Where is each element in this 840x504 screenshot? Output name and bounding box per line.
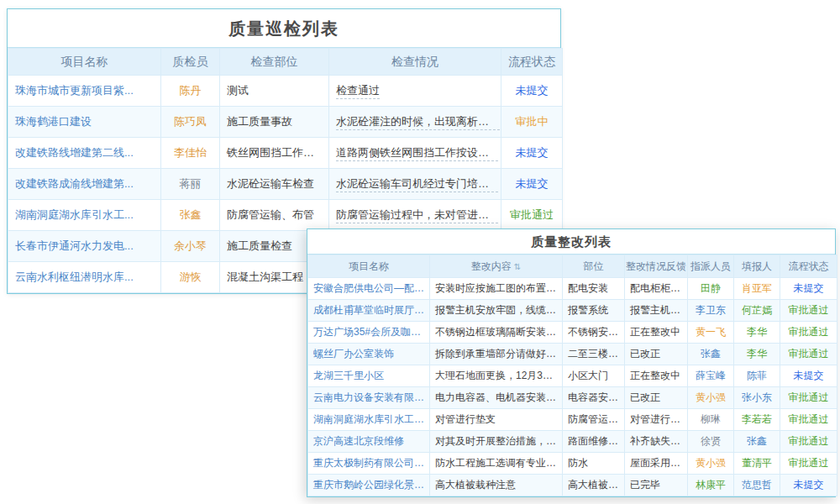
assignee-name: 黄小强 bbox=[688, 387, 734, 409]
process-status: 审批通过 bbox=[780, 344, 837, 365]
inspection-location-cell: 防腐管运输、布管 bbox=[220, 200, 329, 231]
assignee-name: 薛宝峰 bbox=[688, 365, 734, 387]
rectification-row[interactable]: 重庆市鹅岭公园绿化景观提升... 高大植被栽种注意 高大植被栽种 已完毕 林康平… bbox=[308, 475, 837, 496]
process-status: 审批通过 bbox=[501, 200, 563, 231]
inspection-situation-cell: 检查通过 bbox=[329, 76, 501, 107]
rectification-content-cell: 拆除到承重墙部分请做好加固... bbox=[430, 344, 563, 365]
part-cell: 报警系统 bbox=[563, 300, 625, 322]
column-header-location: 检查部位 bbox=[220, 49, 329, 76]
inspection-header-row: 项目名称 质检员 检查部位 检查情况 流程状态 bbox=[8, 49, 563, 76]
rectification-row[interactable]: 万达广场35#会所及咖啡厅空... 不锈钢边框玻璃隔断安装不牢... 不锈钢安装… bbox=[308, 322, 837, 344]
rectification-content-cell: 对其及时开展整治措施，桥头... bbox=[430, 431, 563, 453]
rectification-row[interactable]: 湖南洞庭湖水库引水工程施工1标 对管进行垫支 防腐管运输... 对管进行垫支 柳… bbox=[308, 409, 837, 431]
rectification-row[interactable]: 重庆太极制药有限公司亳州中... 防水工程施工选调有专业的资... 防水 屋面采… bbox=[308, 453, 837, 475]
feedback-cell: 正在整改中 bbox=[625, 322, 688, 344]
rectification-row[interactable]: 云南电力设备安装有限公司20... 电力电容器、电机器安装方案... 电容器安装… bbox=[308, 387, 837, 409]
inspector-name: 陈巧凤 bbox=[161, 107, 220, 138]
column-header-feedback: 整改情况反馈 bbox=[625, 255, 688, 278]
column-header-project: 项目名称 bbox=[8, 49, 161, 76]
inspection-situation-cell: 水泥砼灌注的时候，出现离析现象 bbox=[329, 107, 501, 138]
project-name-link[interactable]: 云南电力设备安装有限公司20... bbox=[308, 387, 430, 409]
inspection-row[interactable]: 珠海市城市更新项目紫... 陈丹 测试 检查通过 未提交 bbox=[8, 76, 563, 107]
reporter-name: 何芷嫣 bbox=[734, 300, 780, 322]
feedback-cell: 配电柜柜体与... bbox=[625, 278, 688, 300]
rectification-row[interactable]: 京沪高速北京段维修 对其及时开展整治措施，桥头... 路面维修检... 补齐缺失… bbox=[308, 431, 837, 453]
part-cell: 防水 bbox=[563, 453, 625, 475]
column-header-content-label: 整改内容 bbox=[471, 260, 512, 272]
rectification-content-cell: 对管进行垫支 bbox=[430, 409, 563, 431]
project-name-link[interactable]: 万达广场35#会所及咖啡厅空... bbox=[308, 322, 430, 344]
process-status: 未提交 bbox=[780, 365, 837, 387]
process-status: 审批通过 bbox=[780, 322, 837, 344]
rectification-content-cell: 不锈钢边框玻璃隔断安装不牢... bbox=[430, 322, 563, 344]
column-header-inspector: 质检员 bbox=[161, 49, 220, 76]
project-name-link[interactable]: 京沪高速北京段维修 bbox=[308, 431, 430, 453]
column-header-content: 整改内容⇅ bbox=[430, 255, 563, 278]
inspection-location-cell: 测试 bbox=[220, 76, 329, 107]
rectification-row[interactable]: 成都杜甫草堂临时展厅独立展... 报警主机安放牢固，线缆连接... 报警系统 报… bbox=[308, 300, 837, 322]
project-name-link[interactable]: 成都杜甫草堂临时展厅独立展... bbox=[308, 300, 430, 322]
rectification-row[interactable]: 龙湖三千里小区 大理石地面更换，12月31日之... 小区大门 正在整改中 薛宝… bbox=[308, 365, 837, 387]
project-name-link[interactable]: 安徽合肥供电公司—配电设备... bbox=[308, 278, 430, 300]
project-name-link[interactable]: 云南水利枢纽潜明水库... bbox=[8, 262, 161, 293]
inspector-name: 陈丹 bbox=[161, 76, 220, 107]
rectification-content-cell: 电力电容器、电机器安装方案... bbox=[430, 387, 563, 409]
feedback-cell: 已完毕 bbox=[625, 475, 688, 496]
project-name-link[interactable]: 改建铁路线增建第二线... bbox=[8, 138, 161, 169]
inspector-name: 张鑫 bbox=[161, 200, 220, 231]
part-cell: 小区大门 bbox=[563, 365, 625, 387]
rectification-content-cell: 大理石地面更换，12月31日之... bbox=[430, 365, 563, 387]
project-name-link[interactable]: 长春市伊通河水力发电... bbox=[8, 231, 161, 262]
process-status: 未提交 bbox=[501, 169, 563, 200]
inspection-row[interactable]: 改建铁路线增建第二线... 李佳怡 铁丝网围挡工作检查 道路两侧铁丝网围挡工作按… bbox=[8, 138, 563, 169]
project-name-link[interactable]: 湖南洞庭湖水库引水工程施工1标 bbox=[308, 409, 430, 431]
project-name-link[interactable]: 螺丝厂办公室装饰 bbox=[308, 344, 430, 365]
inspection-row[interactable]: 湖南洞庭湖水库引水工... 张鑫 防腐管运输、布管 防腐管运输过程中，未对管进行… bbox=[8, 200, 563, 231]
part-cell: 电容器安装... bbox=[563, 387, 625, 409]
assignee-name: 张鑫 bbox=[688, 344, 734, 365]
process-status: 审批通过 bbox=[780, 300, 837, 322]
feedback-cell: 屋面采用聚氨... bbox=[625, 453, 688, 475]
part-cell: 二至三楼混... bbox=[563, 344, 625, 365]
rectification-list-title: 质量整改列表 bbox=[307, 229, 835, 255]
project-name-link[interactable]: 改建铁路成渝线增建第... bbox=[8, 169, 161, 200]
inspector-name: 蒋丽 bbox=[161, 169, 220, 200]
project-name-link[interactable]: 湖南洞庭湖水库引水工... bbox=[8, 200, 161, 231]
part-cell: 高大植被栽种 bbox=[563, 475, 625, 496]
process-status: 未提交 bbox=[780, 475, 837, 496]
inspection-location-cell: 施工质量事故 bbox=[220, 107, 329, 138]
rectification-row[interactable]: 安徽合肥供电公司—配电设备... 安装时应按施工图的布置，将... 配电安装 配… bbox=[308, 278, 837, 300]
project-name-link[interactable]: 珠海市城市更新项目紫... bbox=[8, 76, 161, 107]
inspection-row[interactable]: 改建铁路成渝线增建第... 蒋丽 水泥砼运输车检查 水泥砼运输车司机经过专门培训… bbox=[8, 169, 563, 200]
process-status: 审批通过 bbox=[780, 387, 837, 409]
column-header-situation: 检查情况 bbox=[329, 49, 501, 76]
situation-text: 道路两侧铁丝网围挡工作按设计... bbox=[336, 146, 498, 161]
inspection-row[interactable]: 珠海鹤港口建设 陈巧凤 施工质量事故 水泥砼灌注的时候，出现离析现象 审批中 bbox=[8, 107, 563, 138]
feedback-cell: 补齐缺失标志... bbox=[625, 431, 688, 453]
part-cell: 路面维修检... bbox=[563, 431, 625, 453]
assignee-name: 黄一飞 bbox=[688, 322, 734, 344]
situation-text: 检查通过 bbox=[336, 84, 380, 99]
part-cell: 防腐管运输... bbox=[563, 409, 625, 431]
process-status: 审批通过 bbox=[780, 409, 837, 431]
inspector-name: 余小琴 bbox=[161, 231, 220, 262]
rectification-header-row: 项目名称 整改内容⇅ 部位 整改情况反馈 指派人员 填报人 流程状态 bbox=[308, 255, 837, 278]
project-name-link[interactable]: 重庆市鹅岭公园绿化景观提升... bbox=[308, 475, 430, 496]
inspection-location-cell: 铁丝网围挡工作检查 bbox=[220, 138, 329, 169]
rectification-row[interactable]: 螺丝厂办公室装饰 拆除到承重墙部分请做好加固... 二至三楼混... 已改正 张… bbox=[308, 344, 837, 365]
reporter-name: 张小东 bbox=[734, 387, 780, 409]
column-header-project: 项目名称 bbox=[308, 255, 430, 278]
situation-text: 水泥砼运输车司机经过专门培训... bbox=[336, 177, 498, 192]
feedback-cell: 对管进行垫支 bbox=[625, 409, 688, 431]
project-name-link[interactable]: 龙湖三千里小区 bbox=[308, 365, 430, 387]
process-status: 审批中 bbox=[501, 107, 563, 138]
inspector-name: 游恢 bbox=[161, 262, 220, 293]
situation-text: 防腐管运输过程中，未对管进行... bbox=[336, 208, 498, 223]
inspection-location-cell: 水泥砼运输车检查 bbox=[220, 169, 329, 200]
column-header-part: 部位 bbox=[563, 255, 625, 278]
process-status: 未提交 bbox=[780, 278, 837, 300]
project-name-link[interactable]: 珠海鹤港口建设 bbox=[8, 107, 161, 138]
assignee-name: 李卫东 bbox=[688, 300, 734, 322]
project-name-link[interactable]: 重庆太极制药有限公司亳州中... bbox=[308, 453, 430, 475]
sort-icon[interactable]: ⇅ bbox=[514, 262, 521, 271]
